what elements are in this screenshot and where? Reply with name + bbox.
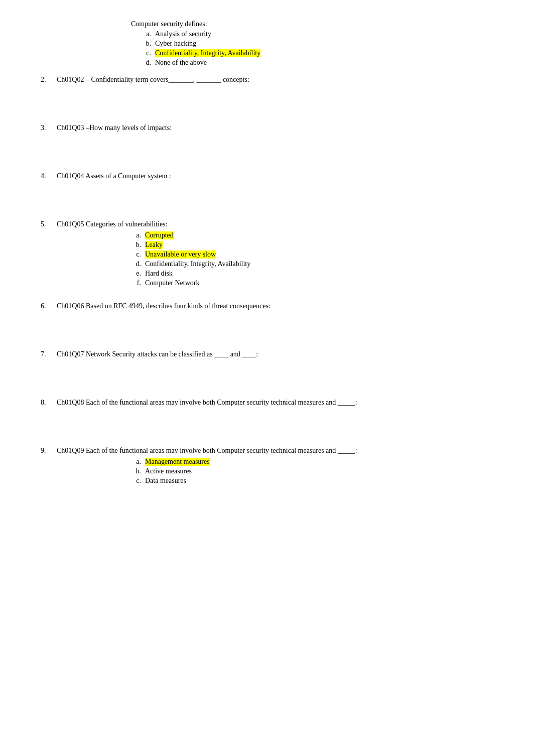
question-number-label: 3. bbox=[41, 124, 53, 132]
spacer bbox=[41, 358, 492, 384]
option-letter: a. bbox=[131, 231, 141, 239]
intro-options-list: a.Analysis of securityb.Cyber hackingc.C… bbox=[141, 30, 492, 67]
option-letter: a. bbox=[141, 30, 151, 38]
option-text: Corrupted bbox=[145, 231, 174, 239]
answer-option: b.Active measures bbox=[131, 467, 492, 475]
option-letter: e. bbox=[131, 270, 141, 278]
question-number-label: 5. bbox=[41, 220, 53, 228]
question-text: Ch01Q05 Categories of vulnerabilities: bbox=[57, 220, 492, 228]
option-text: Leaky bbox=[145, 241, 163, 249]
page-content: Computer security defines: a.Analysis of… bbox=[41, 20, 492, 485]
answer-option: b.Leaky bbox=[131, 241, 492, 249]
question-item: 3.Ch01Q03 –How many levels of impacts: bbox=[41, 124, 492, 157]
question-text: Ch01Q06 Based on RFC 4949, describes fou… bbox=[57, 302, 492, 310]
option-text: Data measures bbox=[145, 477, 186, 485]
question-number-label: 7. bbox=[41, 350, 53, 358]
intro-lead: Computer security defines: bbox=[131, 20, 492, 28]
option-letter: b. bbox=[131, 467, 141, 475]
question-item: 8.Ch01Q08 Each of the functional areas m… bbox=[41, 399, 492, 432]
option-letter: c. bbox=[141, 49, 151, 57]
option-text: Hard disk bbox=[145, 270, 173, 278]
option-letter: b. bbox=[131, 241, 141, 249]
answer-option: c.Unavailable or very slow bbox=[131, 250, 492, 259]
question-number-label: 2. bbox=[41, 76, 53, 84]
option-letter: c. bbox=[131, 477, 141, 485]
option-text: Unavailable or very slow bbox=[145, 250, 216, 259]
answer-option: e.Hard disk bbox=[131, 270, 492, 278]
intro-option: c.Confidentiality, Integrity, Availabili… bbox=[141, 49, 492, 57]
spacer bbox=[41, 407, 492, 432]
answer-option: a.Corrupted bbox=[131, 231, 492, 239]
spacer bbox=[41, 180, 492, 205]
intro-option: a.Analysis of security bbox=[141, 30, 492, 38]
question-text: Ch01Q02 – Confidentiality term covers___… bbox=[57, 76, 492, 84]
question-text: Ch01Q07 Network Security attacks can be … bbox=[57, 350, 492, 358]
question-number-label: 6. bbox=[41, 302, 53, 310]
option-text: Analysis of security bbox=[155, 30, 211, 38]
option-text: Active measures bbox=[145, 467, 192, 475]
answer-option: a.Management measures bbox=[131, 458, 492, 466]
option-text: Confidentiality, Integrity, Availability bbox=[155, 49, 260, 57]
question-item: 7.Ch01Q07 Network Security attacks can b… bbox=[41, 350, 492, 384]
answer-list: a.Management measuresb.Active measuresc.… bbox=[131, 458, 492, 485]
intro-option: b.Cyber hacking bbox=[141, 40, 492, 48]
option-letter: d. bbox=[131, 260, 141, 268]
question-text: Ch01Q04 Assets of a Computer system : bbox=[57, 172, 492, 180]
option-letter: f. bbox=[131, 279, 141, 287]
spacer bbox=[41, 310, 492, 335]
option-text: Management measures bbox=[145, 458, 210, 466]
question-item: 9.Ch01Q09 Each of the functional areas m… bbox=[41, 447, 492, 485]
option-letter: c. bbox=[131, 250, 141, 259]
option-letter: b. bbox=[141, 40, 151, 48]
option-text: Cyber hacking bbox=[155, 40, 196, 48]
answer-option: d.Confidentiality, Integrity, Availabili… bbox=[131, 260, 492, 268]
question-text: Ch01Q09 Each of the functional areas may… bbox=[57, 447, 492, 455]
question-item: 5.Ch01Q05 Categories of vulnerabilities:… bbox=[41, 220, 492, 287]
answer-list: a.Corruptedb.Leakyc.Unavailable or very … bbox=[131, 231, 492, 287]
questions-container: 2.Ch01Q02 – Confidentiality term covers_… bbox=[41, 76, 492, 485]
answer-option: c.Data measures bbox=[131, 477, 492, 485]
answer-option: f.Computer Network bbox=[131, 279, 492, 287]
question-item: 2.Ch01Q02 – Confidentiality term covers_… bbox=[41, 76, 492, 109]
option-text: Confidentiality, Integrity, Availability bbox=[145, 260, 250, 268]
option-text: None of the above bbox=[155, 59, 207, 67]
question-item: 6.Ch01Q06 Based on RFC 4949, describes f… bbox=[41, 302, 492, 335]
intro-block: Computer security defines: a.Analysis of… bbox=[41, 20, 492, 67]
option-letter: a. bbox=[131, 458, 141, 466]
question-item: 4.Ch01Q04 Assets of a Computer system : bbox=[41, 172, 492, 205]
option-text: Computer Network bbox=[145, 279, 199, 287]
intro-option: d.None of the above bbox=[141, 59, 492, 67]
question-number-label: 8. bbox=[41, 399, 53, 407]
question-number-label: 9. bbox=[41, 447, 53, 455]
question-text: Ch01Q03 –How many levels of impacts: bbox=[57, 124, 492, 132]
spacer bbox=[41, 132, 492, 157]
question-text: Ch01Q08 Each of the functional areas may… bbox=[57, 399, 492, 407]
spacer bbox=[41, 84, 492, 109]
question-number-label: 4. bbox=[41, 172, 53, 180]
option-letter: d. bbox=[141, 59, 151, 67]
